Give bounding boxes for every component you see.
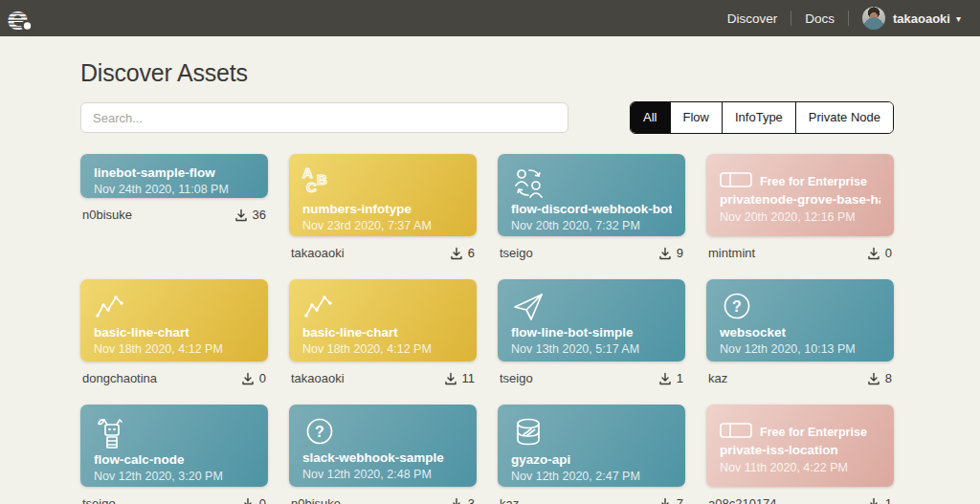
asset-tile[interactable]: gyazo-api Nov 12th 2020, 2:47 PM [498,405,685,487]
download-icon [867,372,880,385]
enebular-logo[interactable]: e [6,4,34,33]
filter-all-button[interactable]: All [631,102,669,133]
asset-tile-text: flow-line-bot-simple Nov 13th 2020, 5:17… [511,324,672,359]
download-number: 11 [462,371,476,385]
download-icon [444,372,457,385]
download-icon [867,247,880,260]
download-number: 6 [468,246,475,260]
asset-date: Nov 11th 2020, 4:22 PM [720,460,880,477]
asset-title: slack-webhook-sample [302,449,463,467]
asset-date: Nov 13th 2020, 5:17 AM [511,341,672,359]
asset-grid: linebot-sample-flow Nov 24th 2020, 11:08… [80,154,894,504]
enterprise-badge: Free for Enterprise [720,423,880,442]
question-circle-icon: ? [720,290,880,324]
asset-date: Nov 12th 2020, 3:20 PM [94,469,255,486]
asset-tile[interactable]: Free for Enterprise private-iss-location… [706,405,894,487]
nav-docs-link[interactable]: Docs [805,11,835,26]
asset-author: dongchaotina [82,371,157,385]
asset-tile[interactable]: basic-line-chart Nov 18th 2020, 4:12 PM [80,279,268,362]
asset-date: Nov 23rd 2020, 7:37 AM [302,218,463,235]
asset-meta: a08c210174 1 [706,496,894,504]
asset-tile[interactable]: ? websocket Nov 12th 2020, 10:13 PM [706,279,894,362]
download-icon [867,497,880,504]
asset-tile[interactable]: flow-discord-webhook-bot Nov 20th 2020, … [498,154,685,236]
asset-tile-text: numbers-infotype Nov 23rd 2020, 7:37 AM [302,201,463,235]
asset-author: kaz [500,496,519,504]
asset-card: basic-line-chart Nov 18th 2020, 4:12 PM … [80,279,268,385]
nav-divider [848,11,849,26]
download-number: 36 [253,208,266,222]
asset-author: tseigo [82,496,116,504]
asset-meta: tseigo 9 [498,246,685,260]
download-count: 8 [867,371,892,385]
asset-author: takaoaoki [291,371,345,385]
discover-page: Discover Assets All Flow InfoType Privat… [80,59,894,504]
asset-author: a08c210174 [708,496,777,504]
asset-meta: n0bisuke 3 [289,496,477,504]
asset-card: flow-line-bot-simple Nov 13th 2020, 5:17… [498,279,685,385]
page-title: Discover Assets [80,59,894,87]
asset-tile-text: linebot-sample-flow Nov 24th 2020, 11:08… [94,164,255,199]
controls-row: All Flow InfoType Private Node [80,101,894,134]
download-icon [234,208,248,222]
asset-tile-text: websocket Nov 12th 2020, 10:13 PM [720,324,880,359]
asset-tile[interactable]: ABC numbers-infotype Nov 23rd 2020, 7:37… [289,154,477,236]
filter-private-node-button[interactable]: Private Node [795,102,893,133]
paper-plane-icon [511,290,672,324]
asset-meta: mintmint 0 [706,246,894,260]
asset-card: flow-discord-webhook-bot Nov 20th 2020, … [498,154,685,260]
asset-tile[interactable]: linebot-sample-flow Nov 24th 2020, 11:08… [80,154,268,198]
nav-discover-link[interactable]: Discover [727,11,778,26]
username-label: takaoaoki [893,11,950,26]
download-count: 7 [658,496,683,504]
download-number: 0 [259,371,266,385]
line-chart-icon [94,290,255,324]
asset-author: n0bisuke [291,496,341,504]
asset-title: basic-line-chart [302,324,463,341]
download-number: 0 [885,246,892,260]
asset-tile[interactable]: flow-calc-node Nov 12th 2020, 3:20 PM [80,405,268,487]
search-input[interactable] [80,102,568,133]
asset-date: Nov 24th 2020, 11:08 PM [94,182,255,199]
top-navigation-bar: e Discover Docs takaoaoki ▾ [0,0,980,36]
filter-flow-button[interactable]: Flow [670,102,722,133]
asset-title: linebot-sample-flow [94,164,255,182]
download-number: 0 [259,496,266,504]
abc-letters-icon: ABC [302,164,463,201]
download-icon [658,247,672,260]
asset-tile[interactable]: ? slack-webhook-sample Nov 12th 2020, 2:… [289,405,477,487]
download-number: 7 [677,496,683,504]
asset-title: basic-line-chart [94,324,255,341]
asset-title: flow-discord-webhook-bot [511,201,672,218]
asset-tile[interactable]: Free for Enterprise privatenode-grove-ba… [706,154,894,236]
database-icon [511,415,672,451]
asset-title: numbers-infotype [302,201,463,218]
user-menu[interactable]: takaoaoki ▾ [862,7,961,30]
filter-button-group: All Flow InfoType Private Node [630,101,894,134]
header-nav: Discover Docs takaoaoki ▾ [727,7,961,30]
asset-tile-text: privatenode-grove-base-hat Nov 20th 2020… [720,191,880,226]
asset-card: ? slack-webhook-sample Nov 12th 2020, 2:… [289,405,477,504]
asset-tile-text: basic-line-chart Nov 18th 2020, 4:12 PM [94,324,255,359]
asset-meta: kaz 8 [706,371,894,385]
asset-date: Nov 18th 2020, 4:12 PM [94,341,255,359]
download-count: 0 [867,246,892,260]
asset-author: kaz [708,371,727,385]
asset-date: Nov 20th 2020, 12:16 PM [720,209,880,227]
download-count: 1 [867,496,892,504]
asset-date: Nov 18th 2020, 4:12 PM [302,341,463,359]
asset-date: Nov 20th 2020, 7:32 PM [511,218,672,235]
asset-tile-text: flow-calc-node Nov 12th 2020, 3:20 PM [94,451,255,486]
asset-tile[interactable]: basic-line-chart Nov 18th 2020, 4:12 PM [289,279,477,362]
download-number: 1 [677,371,683,385]
asset-meta: dongchaotina 0 [80,371,268,385]
download-number: 3 [468,496,475,504]
robot-icon [94,415,255,451]
download-icon [450,497,463,504]
asset-tile[interactable]: flow-line-bot-simple Nov 13th 2020, 5:17… [498,279,685,362]
filter-infotype-button[interactable]: InfoType [722,102,795,133]
download-number: 8 [885,371,892,385]
asset-card: gyazo-api Nov 12th 2020, 2:47 PM kaz 7 [498,405,685,504]
download-icon [658,372,672,385]
chevron-down-icon: ▾ [956,13,961,24]
